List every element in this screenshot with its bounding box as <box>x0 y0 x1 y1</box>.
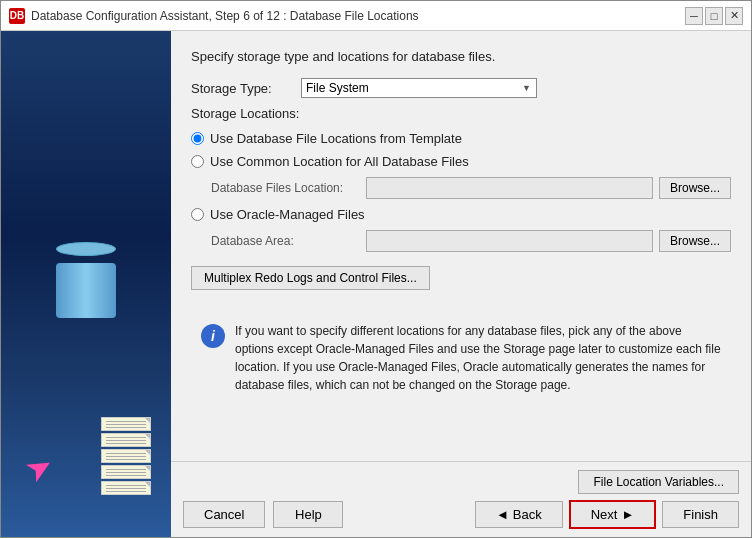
info-text: If you want to specify different locatio… <box>235 322 721 394</box>
database-cylinder-icon <box>51 239 121 319</box>
storage-type-row: Storage Type: File SystemAutomatic Stora… <box>191 78 731 98</box>
storage-type-label: Storage Type: <box>191 81 301 96</box>
next-button[interactable]: Next ► <box>569 500 657 529</box>
file-location-row: File Location Variables... <box>183 470 739 494</box>
instruction-text: Specify storage type and locations for d… <box>191 49 731 64</box>
back-button[interactable]: ◄ Back <box>475 501 563 528</box>
db-area-browse-button[interactable]: Browse... <box>659 230 731 252</box>
db-area-row: Database Area: Browse... <box>191 230 731 252</box>
cylinder-top <box>56 242 116 256</box>
radio-template-label[interactable]: Use Database File Locations from Templat… <box>210 131 462 146</box>
content-area: ➤ Specify storage type and locations for… <box>1 31 751 537</box>
finish-button[interactable]: Finish <box>662 501 739 528</box>
close-button[interactable]: ✕ <box>725 7 743 25</box>
main-window: DB Database Configuration Assistant, Ste… <box>0 0 752 538</box>
document-4 <box>101 465 151 479</box>
title-controls: ─ □ ✕ <box>685 7 743 25</box>
back-label: Back <box>513 507 542 522</box>
bottom-bar: File Location Variables... Cancel Help ◄… <box>171 461 751 537</box>
info-icon: i <box>201 324 225 348</box>
db-files-location-label: Database Files Location: <box>211 181 366 195</box>
radio-row-2: Use Common Location for All Database Fil… <box>191 154 731 169</box>
window-title: Database Configuration Assistant, Step 6… <box>31 9 419 23</box>
maximize-button[interactable]: □ <box>705 7 723 25</box>
nav-buttons: Cancel Help ◄ Back Next ► Finish <box>183 500 739 529</box>
document-1 <box>101 417 151 431</box>
multiplex-btn-row: Multiplex Redo Logs and Control Files... <box>191 260 731 302</box>
back-arrow-icon: ◄ <box>496 507 509 522</box>
minimize-button[interactable]: ─ <box>685 7 703 25</box>
info-box: i If you want to specify different locat… <box>191 312 731 404</box>
nav-left-buttons: Cancel Help <box>183 501 343 528</box>
radio-oracle-managed-label[interactable]: Use Oracle-Managed Files <box>210 207 365 222</box>
radio-row-3: Use Oracle-Managed Files <box>191 207 731 222</box>
db-files-location-input[interactable] <box>366 177 653 199</box>
nav-right-buttons: ◄ Back Next ► Finish <box>475 500 739 529</box>
document-5 <box>101 481 151 495</box>
document-stack-icon <box>101 417 151 497</box>
storage-locations-label: Storage Locations: <box>191 106 731 121</box>
radio-template[interactable] <box>191 132 204 145</box>
storage-type-select[interactable]: File SystemAutomatic Storage Management … <box>301 78 537 98</box>
app-icon: DB <box>9 8 25 24</box>
radio-common-location[interactable] <box>191 155 204 168</box>
next-label: Next <box>591 507 618 522</box>
sidebar: ➤ <box>1 31 171 537</box>
db-files-browse-button[interactable]: Browse... <box>659 177 731 199</box>
file-location-variables-button[interactable]: File Location Variables... <box>578 470 739 494</box>
next-arrow-icon: ► <box>621 507 634 522</box>
document-3 <box>101 449 151 463</box>
db-area-label: Database Area: <box>211 234 366 248</box>
help-button[interactable]: Help <box>273 501 343 528</box>
radio-row-1: Use Database File Locations from Templat… <box>191 131 731 146</box>
db-area-input[interactable] <box>366 230 653 252</box>
document-2 <box>101 433 151 447</box>
cancel-button[interactable]: Cancel <box>183 501 265 528</box>
title-bar: DB Database Configuration Assistant, Ste… <box>1 1 751 31</box>
radio-common-label[interactable]: Use Common Location for All Database Fil… <box>210 154 469 169</box>
title-bar-left: DB Database Configuration Assistant, Ste… <box>9 8 419 24</box>
main-panel: Specify storage type and locations for d… <box>171 31 751 537</box>
arrow-icon: ➤ <box>18 445 60 491</box>
multiplex-button[interactable]: Multiplex Redo Logs and Control Files... <box>191 266 430 290</box>
radio-oracle-managed[interactable] <box>191 208 204 221</box>
main-content: Specify storage type and locations for d… <box>171 31 751 461</box>
cylinder-body <box>56 263 116 318</box>
db-files-location-row: Database Files Location: Browse... <box>191 177 731 199</box>
sidebar-image: ➤ <box>11 41 161 527</box>
storage-type-select-wrapper: File SystemAutomatic Storage Management … <box>301 78 537 98</box>
